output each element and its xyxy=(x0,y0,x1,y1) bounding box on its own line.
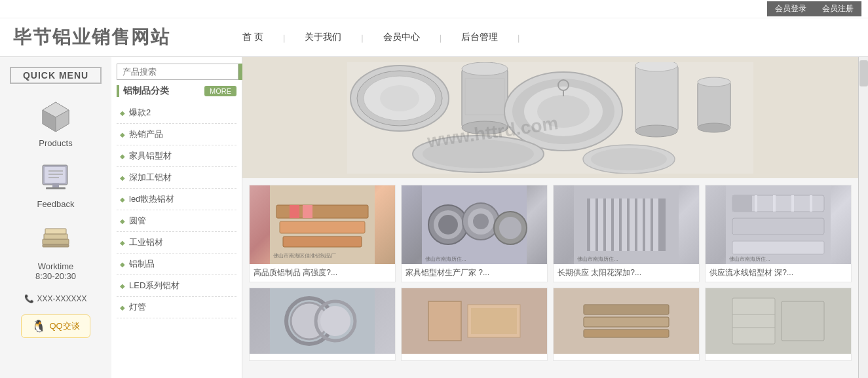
cube-svg xyxy=(39,99,72,132)
bullet-0: ◆ xyxy=(120,109,125,117)
cat-item-7[interactable]: ◆铝制品 xyxy=(117,254,236,275)
svg-rect-67 xyxy=(645,198,651,251)
feedback-icon xyxy=(35,155,77,197)
product-card-1[interactable]: 佛山市南海历住... 家具铝型材生产厂家 ?... xyxy=(401,185,548,282)
svg-text:佛山市南海历住...: 佛山市南海历住... xyxy=(729,256,770,262)
qq-icon: 🐧 xyxy=(31,319,46,333)
mid-panel: 🔍 Go! 铝制品分类 MORE ◆爆款2 ◆热销产品 ◆家具铝型材 ◆深加工铝… xyxy=(111,57,242,378)
qq-label: QQ交谈 xyxy=(49,320,79,332)
sidebar-item-feedback[interactable]: Feedback xyxy=(16,155,95,209)
cat-item-0[interactable]: ◆爆款2 xyxy=(117,102,236,124)
cat-label-7: 铝制品 xyxy=(129,258,155,270)
category-header: 铝制品分类 MORE xyxy=(117,85,236,97)
banner-svg: www.httrd.com xyxy=(347,62,753,174)
main-wrap: QUICK MENU Products xyxy=(0,57,868,378)
product-image-5 xyxy=(402,288,547,354)
top-bar: 会员登录 会员注册 xyxy=(0,0,868,18)
svg-rect-76 xyxy=(810,195,812,212)
svg-rect-12 xyxy=(44,234,67,239)
cat-label-9: 灯管 xyxy=(129,301,146,313)
sidebar-item-products[interactable]: Products xyxy=(16,94,95,148)
bullet-1: ◆ xyxy=(120,131,125,138)
nav-home[interactable]: 首 页 xyxy=(223,28,283,47)
product-card-3[interactable]: 佛山市南海历住... 供应流水线铝型材 深?... xyxy=(705,185,852,282)
product-card-5[interactable] xyxy=(401,288,548,361)
svg-rect-20 xyxy=(462,69,508,128)
cat-item-1[interactable]: ◆热销产品 xyxy=(117,124,236,145)
svg-rect-88 xyxy=(471,308,517,334)
svg-rect-72 xyxy=(732,195,752,212)
products-grid: 佛山市南海区佳准铝制品厂 高品质铝制品 高强度?... xyxy=(242,178,858,368)
product-image-0: 佛山市南海区佳准铝制品厂 xyxy=(250,185,395,264)
search-input[interactable] xyxy=(117,64,238,80)
product-card-0[interactable]: 佛山市南海区佳准铝制品厂 高品质铝制品 高强度?... xyxy=(249,185,396,282)
cat-label-4: led散热铝材 xyxy=(129,193,174,205)
svg-rect-92 xyxy=(584,330,669,337)
svg-rect-13 xyxy=(45,229,66,234)
cat-label-3: 深加工铝材 xyxy=(129,172,172,183)
svg-text:佛山市南海历住...: 佛山市南海历住... xyxy=(425,256,466,262)
cat-item-6[interactable]: ◆工业铝材 xyxy=(117,232,236,254)
product-desc-5 xyxy=(402,354,547,360)
svg-point-51 xyxy=(438,215,458,235)
product-card-2[interactable]: 佛山市南海历住... 长期供应 太阳花深加?... xyxy=(553,185,700,282)
svg-point-56 xyxy=(499,217,521,239)
scroll-thumb[interactable] xyxy=(859,60,868,86)
product-desc-6 xyxy=(554,354,699,360)
product-desc-3: 供应流水线铝型材 深?... xyxy=(706,264,851,282)
svg-rect-62 xyxy=(606,198,611,251)
login-button[interactable]: 会员登录 xyxy=(767,1,814,16)
svg-text:佛山市南海区佳准铝制品厂: 佛山市南海区佳准铝制品厂 xyxy=(273,253,336,259)
svg-rect-5 xyxy=(45,167,66,183)
svg-rect-61 xyxy=(598,198,603,251)
cat-label-0: 爆款2 xyxy=(129,107,151,119)
auth-buttons: 会员登录 会员注册 xyxy=(767,1,861,16)
svg-text:佛山市南海历住...: 佛山市南海历住... xyxy=(577,256,618,262)
product-card-6[interactable] xyxy=(553,288,700,361)
cat-item-3[interactable]: ◆深加工铝材 xyxy=(117,167,236,189)
product-desc-0: 高品质铝制品 高强度?... xyxy=(250,264,395,282)
more-button[interactable]: MORE xyxy=(204,86,236,96)
register-button[interactable]: 会员注册 xyxy=(814,1,861,16)
nav-admin[interactable]: 后台管理 xyxy=(442,28,518,47)
phone-box: 📞 XXX-XXXXXX xyxy=(24,294,86,303)
svg-rect-60 xyxy=(590,198,595,251)
scrollbar[interactable] xyxy=(858,57,868,378)
sidebar: QUICK MENU Products xyxy=(0,57,111,378)
cat-title: 铝制品分类 xyxy=(123,85,169,97)
product-image-3: 佛山市南海历住... xyxy=(706,185,851,264)
svg-rect-64 xyxy=(622,198,627,251)
cat-label-1: 热销产品 xyxy=(129,128,163,140)
search-bar: 🔍 Go! xyxy=(117,64,236,80)
bullet-3: ◆ xyxy=(120,174,125,181)
banner: www.httrd.com xyxy=(242,57,858,178)
svg-point-34 xyxy=(698,77,730,86)
cat-item-8[interactable]: ◆LED系列铝材 xyxy=(117,275,236,297)
product-card-4[interactable] xyxy=(249,288,396,361)
svg-point-32 xyxy=(635,125,677,137)
product-card-7[interactable] xyxy=(705,288,852,361)
cat-item-5[interactable]: ◆圆管 xyxy=(117,210,236,232)
cat-label-2: 家具铝型材 xyxy=(129,150,172,162)
nav-about[interactable]: 关于我们 xyxy=(285,28,361,47)
svg-rect-10 xyxy=(46,187,66,189)
cat-label-5: 圆管 xyxy=(129,215,146,227)
bullet-6: ◆ xyxy=(120,239,125,246)
nav-member[interactable]: 会员中心 xyxy=(364,28,440,47)
nav-sep-4: | xyxy=(518,33,519,43)
product-image-6 xyxy=(554,288,699,354)
svg-rect-66 xyxy=(637,198,643,251)
svg-point-19 xyxy=(380,85,419,111)
cat-item-4[interactable]: ◆led散热铝材 xyxy=(117,189,236,210)
category-list: ◆爆款2 ◆热销产品 ◆家具铝型材 ◆深加工铝材 ◆led散热铝材 ◆圆管 ◆工… xyxy=(117,102,236,318)
svg-rect-14 xyxy=(43,244,69,247)
svg-rect-94 xyxy=(732,298,775,344)
cat-item-2[interactable]: ◆家具铝型材 xyxy=(117,145,236,167)
bullet-5: ◆ xyxy=(120,217,125,225)
svg-rect-78 xyxy=(732,241,824,254)
cat-item-9[interactable]: ◆灯管 xyxy=(117,297,236,318)
svg-point-31 xyxy=(635,62,677,71)
qq-chat-button[interactable]: 🐧 QQ交谈 xyxy=(21,314,90,338)
svg-rect-73 xyxy=(755,195,757,212)
sidebar-item-worktime: Worktime 8:30-20:30 xyxy=(16,216,95,281)
